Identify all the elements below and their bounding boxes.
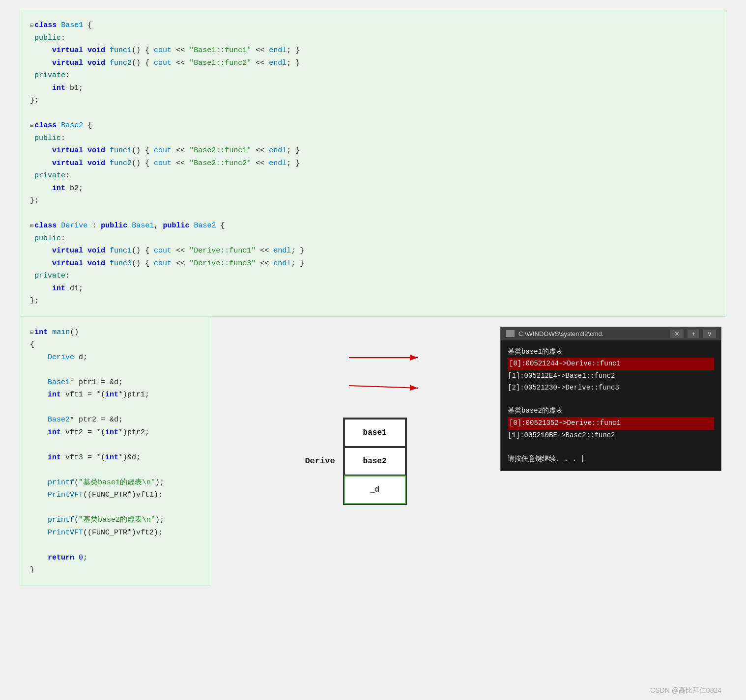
terminal-titlebar: C:\WINDOWS\system32\cmd. ✕ + ∨ (501, 327, 721, 340)
code-line: int vft1 = *(int*)ptr1; (30, 389, 201, 401)
code-line: int b1; (30, 82, 716, 95)
code-line: { (30, 338, 201, 351)
code-line: virtual void func1() { cout << "Base2::f… (30, 144, 716, 157)
code-line: virtual void func1() { cout << "Derive::… (30, 245, 716, 257)
diagram-area: Derive base1 base2 _d (211, 317, 500, 586)
code-line: public: (30, 232, 716, 245)
d-cell: _d (344, 476, 406, 504)
collapse-icon[interactable]: ⊟ (30, 22, 33, 29)
code-line (30, 364, 201, 376)
terminal-body: 基类base1的虚表 [0]:00521244->Derive::func1 [… (501, 340, 721, 471)
collapse-icon[interactable]: ⊟ (30, 122, 33, 129)
terminal-line-continue: 请按任意键继续. . . | (508, 453, 714, 465)
collapse-icon[interactable]: ⊟ (30, 223, 33, 229)
code-line: private: (30, 270, 716, 282)
code-line: int d1; (30, 282, 716, 295)
code-line: virtual void func3() { cout << "Derive::… (30, 257, 716, 270)
code-line: Base2* ptr2 = &d; (30, 414, 201, 426)
code-line: virtual void func2() { cout << "Base2::f… (30, 157, 716, 170)
code-line: ⊟class Base2 { (30, 119, 716, 132)
code-line: } (30, 564, 201, 577)
code-line: virtual void func2() { cout << "Base1::f… (30, 57, 716, 70)
code-line: int vft3 = *(int*)&d; (30, 451, 201, 464)
code-line: PrintVFT((FUNC_PTR*)vft1); (30, 489, 201, 502)
code-line: private: (30, 69, 716, 82)
code-line (30, 107, 716, 120)
code-line: ⊟class Derive : public Base1, public Bas… (30, 220, 716, 232)
memory-diagram: base1 base2 _d (343, 418, 407, 505)
code-line: virtual void func1() { cout << "Base1::f… (30, 44, 716, 57)
base1-cell: base1 (344, 419, 406, 447)
terminal-line-2: [2]:00521230->Derive::func3 (508, 382, 714, 394)
code-line: printf("基类base2的虚表\n"); (30, 514, 201, 527)
code-line: private: (30, 169, 716, 182)
code-line: public: (30, 32, 716, 45)
code-line: printf("基类base1的虚表\n"); (30, 476, 201, 489)
code-line (30, 539, 201, 552)
svg-line-2 (349, 386, 418, 388)
code-line: ⊟int main() (30, 326, 201, 339)
terminal-line-header2: 基类base2的虚表 (508, 405, 714, 417)
watermark: CSDN @高比拜仁0824 (650, 686, 721, 695)
terminal-blank-2 (508, 442, 714, 453)
terminal-add-button[interactable]: + (688, 330, 699, 338)
bottom-left-code: ⊟int main() { Derive d; Base1* ptr1 = &d… (20, 317, 211, 586)
code-line: }; (30, 94, 716, 107)
terminal-line-header1: 基类base1的虚表 (508, 346, 714, 358)
code-line: int vft2 = *(int*)ptr2; (30, 426, 201, 439)
code-line (30, 502, 201, 514)
code-line: }; (30, 195, 716, 207)
code-line: int b2; (30, 182, 716, 195)
code-line: Derive d; (30, 351, 201, 364)
code-line: Base1* ptr1 = &d; (30, 376, 201, 389)
code-line: public: (30, 132, 716, 145)
terminal-title: C:\WINDOWS\system32\cmd. (518, 330, 666, 337)
code-line (30, 207, 716, 220)
code-line: PrintVFT((FUNC_PTR*)vft2); (30, 527, 201, 539)
base2-cell: base2 (344, 447, 406, 476)
derive-label: Derive (305, 456, 335, 466)
terminal-line-highlight1: [0]:00521244->Derive::func1 (508, 358, 714, 370)
code-line (30, 439, 201, 451)
code-line: }; (30, 295, 716, 308)
terminal-icon (506, 330, 515, 337)
collapse-icon2[interactable]: ⊟ (30, 329, 33, 336)
terminal-blank-1 (508, 394, 714, 406)
terminal-line-1: [1]:005212E4->Base1::func2 (508, 370, 714, 382)
terminal-line-3: [1]:005210BE->Base2::func2 (508, 430, 714, 442)
terminal-window: C:\WINDOWS\system32\cmd. ✕ + ∨ 基类base1的虚… (500, 327, 721, 472)
code-line: return 0; (30, 552, 201, 564)
code-line (30, 401, 201, 414)
terminal-close-button[interactable]: ✕ (670, 330, 684, 338)
bottom-section: ⊟int main() { Derive d; Base1* ptr1 = &d… (20, 317, 726, 586)
code-line: ⊟class Base1 { (30, 19, 716, 32)
terminal-line-highlight2: [0]:00521352->Derive::func1 (508, 417, 714, 430)
terminal-chevron-button[interactable]: ∨ (703, 330, 716, 338)
top-code-panel: ⊟class Base1 { public: virtual void func… (20, 10, 726, 317)
terminal-area: C:\WINDOWS\system32\cmd. ✕ + ∨ 基类base1的虚… (500, 317, 726, 586)
code-line (30, 464, 201, 476)
